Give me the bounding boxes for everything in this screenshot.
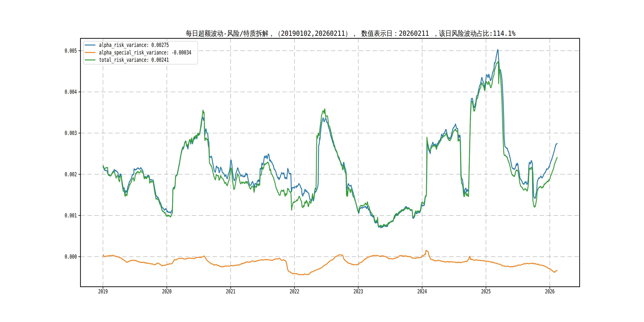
legend-label-1: alpha_special_risk_variance: -0.00034 [99,49,192,56]
legend-label-2: total_risk_variance: 0.00241 [99,57,169,64]
y-tick-label-0.004: 0.004 [65,89,77,95]
x-tick-label-2024: 2024 [418,288,427,294]
risk-decomposition-line-chart: 每日超额波动-风险/特质拆解，（20190102,20260211）， 数值表示… [0,0,644,322]
legend: alpha_risk_variance: 0.00275alpha_specia… [84,41,198,64]
x-tick-label-2023: 2023 [354,288,363,294]
x-tick-label-2026: 2026 [545,288,554,294]
y-tick-label-0.000: 0.000 [65,254,77,260]
x-tick-label-2020: 2020 [162,288,172,294]
y-tick-label-0.003: 0.003 [65,130,77,136]
figure: 每日超额波动-风险/特质拆解，（20190102,20260211）， 数值表示… [0,0,644,322]
legend-label-0: alpha_risk_variance: 0.00275 [99,42,169,48]
x-tick-label-2021: 2021 [226,288,235,294]
chart-title: 每日超额波动-风险/特质拆解，（20190102,20260211）， 数值表示… [186,29,516,37]
y-tick-label-0.001: 0.001 [65,212,77,219]
x-tick-label-2022: 2022 [290,288,299,294]
x-tick-label-2025: 2025 [481,288,491,294]
y-tick-label-0.005: 0.005 [65,48,77,54]
y-tick-label-0.002: 0.002 [65,171,77,178]
x-tick-label-2019: 2019 [98,288,108,294]
